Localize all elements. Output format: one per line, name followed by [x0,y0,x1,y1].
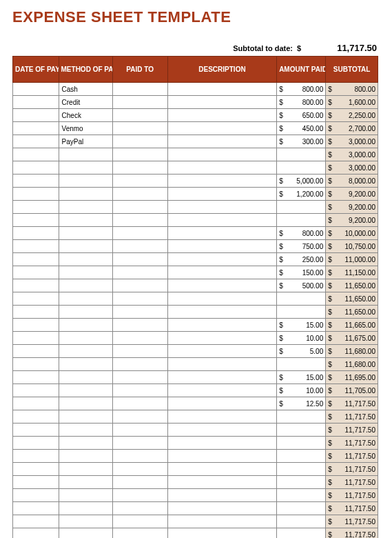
cell-method[interactable]: PayPal [59,135,112,148]
cell-paid-to[interactable] [112,96,167,109]
cell-amount[interactable] [277,476,326,489]
cell-amount[interactable]: $1,200.00 [277,188,326,201]
cell-date[interactable] [13,371,59,384]
cell-date[interactable] [13,227,59,240]
cell-date[interactable] [13,292,59,306]
cell-description[interactable] [167,384,276,397]
cell-description[interactable] [167,463,276,476]
cell-amount[interactable] [277,358,326,371]
cell-date[interactable] [13,109,59,122]
cell-method[interactable] [59,253,112,266]
cell-method[interactable]: Venmo [59,122,112,135]
cell-method[interactable] [59,437,112,450]
cell-paid-to[interactable] [112,109,167,122]
cell-description[interactable] [167,201,276,214]
cell-method[interactable] [59,175,112,188]
cell-description[interactable] [167,292,276,306]
cell-date[interactable] [13,135,59,148]
cell-method[interactable] [59,161,112,175]
cell-description[interactable] [167,266,276,279]
cell-date[interactable] [13,306,59,319]
cell-date[interactable] [13,345,59,358]
cell-amount[interactable] [277,161,326,175]
cell-date[interactable] [13,188,59,201]
cell-paid-to[interactable] [112,489,167,502]
cell-amount[interactable] [277,306,326,319]
cell-date[interactable] [13,201,59,214]
cell-paid-to[interactable] [112,214,167,227]
cell-description[interactable] [167,319,276,332]
cell-description[interactable] [167,109,276,122]
cell-description[interactable] [167,424,276,437]
cell-method[interactable] [59,476,112,489]
cell-description[interactable] [167,332,276,345]
cell-paid-to[interactable] [112,188,167,201]
cell-amount[interactable] [277,502,326,515]
cell-date[interactable] [13,266,59,279]
cell-paid-to[interactable] [112,279,167,292]
cell-date[interactable] [13,332,59,345]
cell-description[interactable] [167,515,276,528]
cell-amount[interactable] [277,410,326,424]
cell-date[interactable] [13,83,59,96]
cell-amount[interactable]: $10.00 [277,384,326,397]
cell-description[interactable] [167,345,276,358]
cell-amount[interactable]: $5,000.00 [277,175,326,188]
cell-method[interactable] [59,214,112,227]
cell-date[interactable] [13,122,59,135]
cell-paid-to[interactable] [112,371,167,384]
cell-date[interactable] [13,279,59,292]
cell-description[interactable] [167,122,276,135]
cell-paid-to[interactable] [112,306,167,319]
cell-date[interactable] [13,384,59,397]
cell-paid-to[interactable] [112,175,167,188]
cell-method[interactable] [59,345,112,358]
cell-description[interactable] [167,96,276,109]
cell-date[interactable] [13,214,59,227]
cell-amount[interactable]: $150.00 [277,266,326,279]
cell-date[interactable] [13,515,59,528]
cell-paid-to[interactable] [112,450,167,463]
cell-amount[interactable]: $500.00 [277,279,326,292]
cell-paid-to[interactable] [112,358,167,371]
cell-amount[interactable]: $250.00 [277,253,326,266]
cell-method[interactable] [59,528,112,539]
cell-method[interactable] [59,358,112,371]
cell-description[interactable] [167,148,276,161]
cell-date[interactable] [13,397,59,410]
cell-method[interactable] [59,227,112,240]
cell-description[interactable] [167,397,276,410]
cell-amount[interactable] [277,201,326,214]
cell-description[interactable] [167,306,276,319]
cell-method[interactable] [59,515,112,528]
cell-method[interactable] [59,188,112,201]
cell-date[interactable] [13,240,59,253]
cell-date[interactable] [13,476,59,489]
cell-amount[interactable]: $15.00 [277,319,326,332]
cell-paid-to[interactable] [112,83,167,96]
cell-date[interactable] [13,319,59,332]
cell-method[interactable] [59,148,112,161]
cell-method[interactable] [59,319,112,332]
cell-paid-to[interactable] [112,424,167,437]
cell-description[interactable] [167,188,276,201]
cell-paid-to[interactable] [112,463,167,476]
cell-description[interactable] [167,476,276,489]
cell-date[interactable] [13,450,59,463]
cell-description[interactable] [167,83,276,96]
cell-paid-to[interactable] [112,253,167,266]
cell-description[interactable] [167,410,276,424]
cell-paid-to[interactable] [112,122,167,135]
cell-date[interactable] [13,161,59,175]
cell-description[interactable] [167,502,276,515]
cell-description[interactable] [167,240,276,253]
cell-method[interactable] [59,397,112,410]
cell-date[interactable] [13,410,59,424]
cell-method[interactable] [59,306,112,319]
cell-amount[interactable] [277,424,326,437]
cell-method[interactable] [59,371,112,384]
cell-description[interactable] [167,371,276,384]
cell-paid-to[interactable] [112,319,167,332]
cell-method[interactable] [59,502,112,515]
cell-description[interactable] [167,528,276,539]
